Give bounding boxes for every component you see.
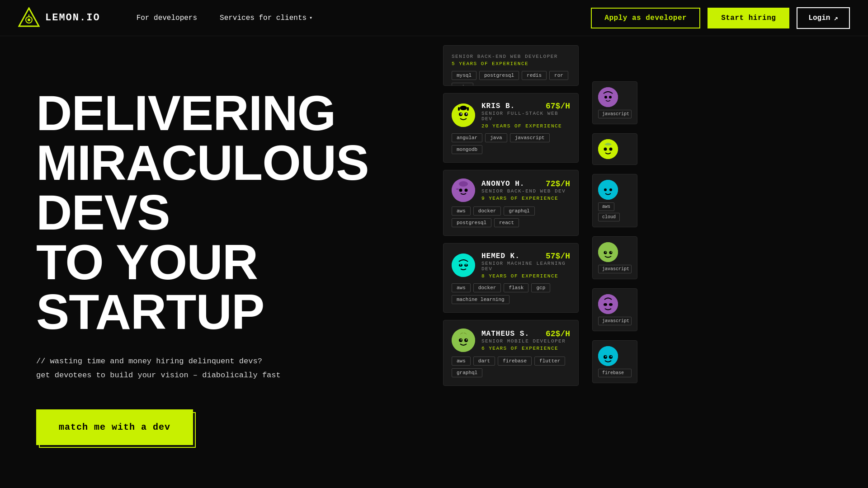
dev-tags-kris: angular java javascript mongodb bbox=[452, 133, 570, 154]
svg-rect-10 bbox=[458, 107, 460, 111]
dev-tags-anonyo: aws docker graphql postgresql react bbox=[452, 206, 570, 227]
side-tag-5: javascript bbox=[598, 317, 632, 325]
svg-point-41 bbox=[598, 294, 618, 314]
svg-point-35 bbox=[609, 188, 612, 191]
svg-point-33 bbox=[598, 180, 618, 200]
svg-point-37 bbox=[604, 251, 607, 254]
dev-name-hemed: HEMED K. bbox=[481, 252, 520, 260]
dev-rate-anonyo: 72$/H bbox=[546, 179, 570, 188]
dev-role-kris: SENIOR FULL-STACK WEB DEV bbox=[481, 111, 570, 122]
svg-point-48 bbox=[611, 356, 612, 357]
avatar-matheus bbox=[452, 328, 475, 352]
svg-rect-16 bbox=[456, 188, 459, 190]
side-avatar-5 bbox=[598, 294, 618, 314]
dev-rate-hemed: 57$/H bbox=[546, 252, 570, 261]
logo-text: LEMON.IO bbox=[45, 12, 100, 23]
dev-exp-partial: 5 YEARS OF EXPERIENCE bbox=[452, 61, 570, 66]
svg-point-27 bbox=[598, 87, 618, 107]
dev-exp-matheus: 6 YEARS OF EXPERIENCE bbox=[481, 346, 570, 351]
dev-name-kris: KRIS B. bbox=[481, 102, 515, 110]
logo[interactable]: LEMON.IO bbox=[18, 7, 100, 29]
dev-tags-partial: mysql postgresql redis ror ruby bbox=[452, 71, 570, 86]
nav-links: For developers Services for clients ▾ bbox=[137, 14, 591, 22]
dev-role-matheus: SENIOR MOBILE DEVELOPER bbox=[481, 338, 570, 344]
hero-subtitle: // wasting time and money hiring delinqu… bbox=[36, 355, 398, 382]
dev-name-matheus: MATHEUS S. bbox=[481, 330, 529, 338]
side-tag-4: javascript bbox=[598, 265, 632, 273]
dev-tags-hemed: aws docker flask gcp machine learning bbox=[452, 283, 570, 304]
dev-rate-matheus: 62$/H bbox=[546, 329, 570, 338]
svg-point-31 bbox=[604, 148, 607, 151]
svg-point-40 bbox=[611, 252, 612, 253]
svg-point-30 bbox=[598, 139, 618, 159]
svg-point-36 bbox=[598, 242, 618, 262]
side-avatar-6 bbox=[598, 346, 618, 366]
svg-point-9 bbox=[460, 106, 467, 110]
avatar-kris bbox=[452, 103, 475, 127]
side-strip: javascript bbox=[588, 45, 642, 488]
svg-point-25 bbox=[461, 339, 462, 341]
dev-rate-kris: 67$/H bbox=[546, 102, 570, 111]
svg-point-29 bbox=[609, 96, 612, 99]
svg-point-13 bbox=[459, 189, 462, 192]
side-avatar-1 bbox=[598, 87, 618, 107]
main-content: DELIVERING MIRACULOUS DEVS TO YOUR START… bbox=[0, 0, 868, 488]
avatar-anonyo bbox=[452, 178, 475, 202]
svg-rect-11 bbox=[467, 107, 469, 111]
match-dev-cta-button[interactable]: match me with a dev bbox=[36, 409, 193, 445]
side-tag-aws: aws bbox=[598, 202, 614, 211]
svg-point-34 bbox=[604, 188, 607, 191]
svg-point-7 bbox=[461, 113, 462, 115]
start-hiring-button[interactable]: Start hiring bbox=[708, 8, 789, 28]
svg-point-44 bbox=[598, 346, 618, 366]
svg-point-15 bbox=[459, 181, 468, 187]
dev-cards-column: SENIOR BACK-END WEB DEVELOPER 5 YEARS OF… bbox=[434, 45, 588, 488]
dev-role-hemed: SENIOR MACHINE LEARNING DEV bbox=[481, 261, 570, 272]
tag-redis: redis bbox=[522, 71, 547, 80]
dev-card-hemed: HEMED K. 57$/H SENIOR MACHINE LEARNING D… bbox=[443, 243, 579, 313]
chevron-down-icon: ▾ bbox=[309, 14, 312, 21]
svg-point-42 bbox=[604, 303, 607, 306]
svg-point-32 bbox=[609, 148, 613, 151]
tag-ruby: ruby bbox=[452, 83, 473, 86]
login-arrow-icon: ↗ bbox=[834, 14, 838, 23]
svg-point-8 bbox=[466, 113, 467, 115]
svg-point-21 bbox=[466, 264, 467, 266]
svg-point-39 bbox=[605, 252, 606, 253]
svg-point-47 bbox=[605, 356, 607, 357]
apply-developer-button[interactable]: Apply as developer bbox=[591, 8, 700, 28]
dev-role-partial: SENIOR BACK-END WEB DEVELOPER bbox=[452, 54, 570, 59]
side-card-2 bbox=[592, 133, 637, 165]
svg-point-28 bbox=[604, 96, 607, 99]
svg-point-22 bbox=[452, 328, 475, 352]
dev-card-anonyo: ANONYO H. 72$/H SENIOR BACK-END WEB DEV … bbox=[443, 170, 579, 236]
svg-point-43 bbox=[609, 303, 613, 306]
hero-section: DELIVERING MIRACULOUS DEVS TO YOUR START… bbox=[0, 36, 434, 488]
dev-exp-kris: 20 YEARS OF EXPERIENCE bbox=[481, 123, 570, 129]
tag-mysql: mysql bbox=[452, 71, 476, 80]
side-tag-firebase: firebase bbox=[598, 369, 632, 377]
dev-tags-matheus: aws dart firebase flutter graphql bbox=[452, 357, 570, 377]
login-button[interactable]: Login ↗ bbox=[797, 7, 850, 29]
dev-name-anonyo: ANONYO H. bbox=[481, 180, 524, 188]
side-card-4: javascript bbox=[592, 236, 637, 279]
svg-point-14 bbox=[465, 189, 468, 192]
nav-services-clients[interactable]: Services for clients ▾ bbox=[220, 14, 312, 22]
side-avatar-2 bbox=[598, 139, 618, 159]
navbar: LEMON.IO For developers Services for cli… bbox=[0, 0, 868, 36]
svg-point-20 bbox=[460, 264, 462, 266]
right-panel: SENIOR BACK-END WEB DEVELOPER 5 YEARS OF… bbox=[434, 36, 868, 488]
avatar-hemed bbox=[452, 253, 475, 277]
tag-postgresql: postgresql bbox=[479, 71, 519, 80]
nav-for-developers[interactable]: For developers bbox=[137, 14, 197, 22]
dev-card-matheus: MATHEUS S. 62$/H SENIOR MOBILE DEVELOPER… bbox=[443, 320, 579, 386]
side-card-6: firebase bbox=[592, 340, 637, 383]
dev-card-partial: SENIOR BACK-END WEB DEVELOPER 5 YEARS OF… bbox=[443, 45, 579, 86]
tag-ror: ror bbox=[549, 71, 568, 80]
side-tag-1: javascript bbox=[598, 110, 632, 118]
dev-exp-anonyo: 9 YEARS OF EXPERIENCE bbox=[481, 196, 570, 201]
svg-point-17 bbox=[452, 253, 475, 277]
dev-card-kris: KRIS B. 67$/H SENIOR FULL-STACK WEB DEV … bbox=[443, 93, 579, 163]
dev-exp-hemed: 8 YEARS OF EXPERIENCE bbox=[481, 273, 570, 279]
svg-point-38 bbox=[609, 251, 613, 254]
